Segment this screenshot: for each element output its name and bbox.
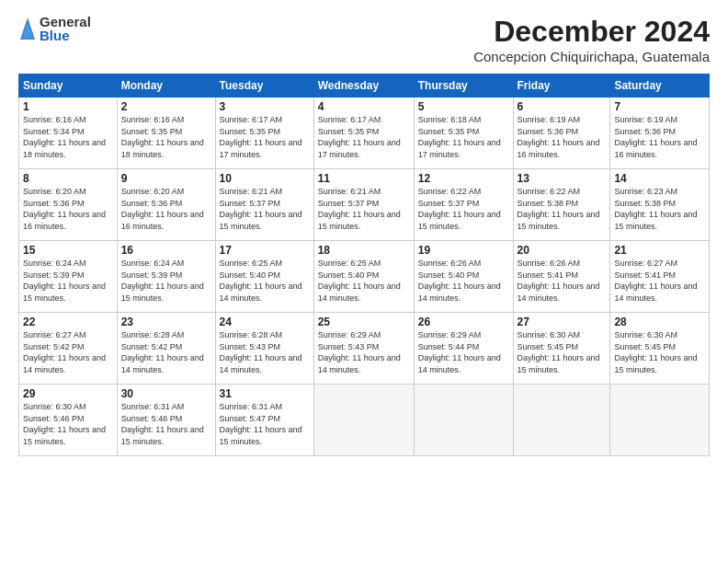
- day-info: Sunrise: 6:20 AMSunset: 5:36 PMDaylight:…: [121, 187, 204, 231]
- col-tuesday: Tuesday: [215, 75, 313, 98]
- day-info: Sunrise: 6:31 AMSunset: 5:46 PMDaylight:…: [121, 402, 204, 446]
- day-number: 4: [318, 100, 410, 113]
- day-number: 19: [418, 244, 509, 257]
- day-info: Sunrise: 6:25 AMSunset: 5:40 PMDaylight:…: [220, 259, 302, 303]
- calendar-cell: 28 Sunrise: 6:30 AMSunset: 5:45 PMDaylig…: [610, 313, 710, 385]
- day-info: Sunrise: 6:26 AMSunset: 5:40 PMDaylight:…: [418, 259, 501, 303]
- day-number: 6: [518, 100, 607, 113]
- week-row-2: 8 Sunrise: 6:20 AMSunset: 5:36 PMDayligh…: [19, 169, 710, 241]
- day-info: Sunrise: 6:27 AMSunset: 5:41 PMDaylight:…: [614, 259, 697, 303]
- day-number: 26: [418, 316, 509, 328]
- day-info: Sunrise: 6:21 AMSunset: 5:37 PMDaylight:…: [318, 187, 401, 231]
- calendar-cell: 25 Sunrise: 6:29 AMSunset: 5:43 PMDaylig…: [313, 313, 414, 385]
- week-row-5: 29 Sunrise: 6:30 AMSunset: 5:46 PMDaylig…: [19, 385, 710, 456]
- day-number: 13: [518, 172, 607, 185]
- header-row: Sunday Monday Tuesday Wednesday Thursday…: [19, 75, 710, 98]
- logo-general: General: [40, 15, 91, 29]
- title-block: December 2024 Concepcion Chiquirichapa, …: [473, 15, 710, 64]
- day-number: 14: [614, 172, 705, 185]
- page: General Blue December 2024 Concepcion Ch…: [0, 0, 728, 563]
- calendar-cell: 18 Sunrise: 6:25 AMSunset: 5:40 PMDaylig…: [313, 241, 414, 313]
- calendar-cell: 22 Sunrise: 6:27 AMSunset: 5:42 PMDaylig…: [19, 313, 118, 385]
- calendar-cell: 15 Sunrise: 6:24 AMSunset: 5:39 PMDaylig…: [19, 241, 118, 313]
- day-info: Sunrise: 6:17 AMSunset: 5:35 PMDaylight:…: [220, 115, 302, 159]
- logo: General Blue: [18, 15, 91, 42]
- calendar-cell: 13 Sunrise: 6:22 AMSunset: 5:38 PMDaylig…: [513, 169, 610, 241]
- day-info: Sunrise: 6:29 AMSunset: 5:44 PMDaylight:…: [418, 330, 501, 374]
- calendar-cell: 14 Sunrise: 6:23 AMSunset: 5:38 PMDaylig…: [610, 169, 710, 241]
- calendar-cell: 29 Sunrise: 6:30 AMSunset: 5:46 PMDaylig…: [19, 385, 118, 456]
- day-number: 30: [121, 387, 211, 400]
- day-number: 11: [318, 172, 410, 185]
- col-thursday: Thursday: [414, 75, 513, 98]
- calendar-cell: [414, 385, 513, 456]
- day-info: Sunrise: 6:24 AMSunset: 5:39 PMDaylight:…: [121, 259, 204, 303]
- col-sunday: Sunday: [19, 75, 118, 98]
- day-number: 20: [518, 244, 607, 257]
- day-number: 31: [220, 387, 310, 400]
- calendar-cell: 5 Sunrise: 6:18 AMSunset: 5:35 PMDayligh…: [414, 98, 513, 169]
- week-row-3: 15 Sunrise: 6:24 AMSunset: 5:39 PMDaylig…: [19, 241, 710, 313]
- day-info: Sunrise: 6:19 AMSunset: 5:36 PMDaylight:…: [614, 115, 697, 159]
- day-number: 3: [220, 100, 310, 113]
- day-number: 22: [23, 316, 113, 328]
- calendar-cell: 10 Sunrise: 6:21 AMSunset: 5:37 PMDaylig…: [215, 169, 313, 241]
- day-info: Sunrise: 6:30 AMSunset: 5:46 PMDaylight:…: [23, 402, 106, 446]
- calendar-cell: 11 Sunrise: 6:21 AMSunset: 5:37 PMDaylig…: [313, 169, 414, 241]
- day-info: Sunrise: 6:31 AMSunset: 5:47 PMDaylight:…: [220, 402, 302, 446]
- calendar-cell: [313, 385, 414, 456]
- day-info: Sunrise: 6:21 AMSunset: 5:37 PMDaylight:…: [220, 187, 302, 231]
- day-info: Sunrise: 6:16 AMSunset: 5:35 PMDaylight:…: [121, 115, 204, 159]
- day-info: Sunrise: 6:28 AMSunset: 5:43 PMDaylight:…: [220, 330, 302, 374]
- day-number: 23: [121, 316, 211, 328]
- day-info: Sunrise: 6:30 AMSunset: 5:45 PMDaylight:…: [518, 330, 600, 374]
- calendar-cell: 2 Sunrise: 6:16 AMSunset: 5:35 PMDayligh…: [117, 98, 215, 169]
- calendar-cell: 6 Sunrise: 6:19 AMSunset: 5:36 PMDayligh…: [513, 98, 610, 169]
- calendar-cell: 16 Sunrise: 6:24 AMSunset: 5:39 PMDaylig…: [117, 241, 215, 313]
- day-number: 10: [220, 172, 310, 185]
- day-number: 15: [23, 244, 113, 257]
- day-info: Sunrise: 6:25 AMSunset: 5:40 PMDaylight:…: [318, 259, 401, 303]
- day-number: 2: [121, 100, 211, 113]
- day-number: 7: [614, 100, 705, 113]
- day-info: Sunrise: 6:23 AMSunset: 5:38 PMDaylight:…: [614, 187, 697, 231]
- calendar-table: Sunday Monday Tuesday Wednesday Thursday…: [18, 74, 710, 456]
- day-number: 18: [318, 244, 410, 257]
- day-number: 5: [418, 100, 509, 113]
- day-number: 27: [518, 316, 607, 328]
- calendar-cell: 19 Sunrise: 6:26 AMSunset: 5:40 PMDaylig…: [414, 241, 513, 313]
- calendar-cell: 8 Sunrise: 6:20 AMSunset: 5:36 PMDayligh…: [19, 169, 118, 241]
- day-info: Sunrise: 6:17 AMSunset: 5:35 PMDaylight:…: [318, 115, 401, 159]
- day-number: 1: [23, 100, 113, 113]
- day-info: Sunrise: 6:16 AMSunset: 5:34 PMDaylight:…: [23, 115, 106, 159]
- calendar-cell: 30 Sunrise: 6:31 AMSunset: 5:46 PMDaylig…: [117, 385, 215, 456]
- col-friday: Friday: [513, 75, 610, 98]
- day-info: Sunrise: 6:20 AMSunset: 5:36 PMDaylight:…: [23, 187, 106, 231]
- calendar-cell: 4 Sunrise: 6:17 AMSunset: 5:35 PMDayligh…: [313, 98, 414, 169]
- day-info: Sunrise: 6:28 AMSunset: 5:42 PMDaylight:…: [121, 330, 204, 374]
- day-number: 21: [614, 244, 705, 257]
- day-number: 25: [318, 316, 410, 328]
- day-number: 28: [614, 316, 705, 328]
- calendar-cell: 17 Sunrise: 6:25 AMSunset: 5:40 PMDaylig…: [215, 241, 313, 313]
- day-info: Sunrise: 6:26 AMSunset: 5:41 PMDaylight:…: [518, 259, 600, 303]
- logo-blue: Blue: [40, 29, 91, 42]
- calendar-cell: 9 Sunrise: 6:20 AMSunset: 5:36 PMDayligh…: [117, 169, 215, 241]
- calendar-cell: 20 Sunrise: 6:26 AMSunset: 5:41 PMDaylig…: [513, 241, 610, 313]
- day-number: 9: [121, 172, 211, 185]
- calendar-cell: 12 Sunrise: 6:22 AMSunset: 5:37 PMDaylig…: [414, 169, 513, 241]
- week-row-4: 22 Sunrise: 6:27 AMSunset: 5:42 PMDaylig…: [19, 313, 710, 385]
- calendar-cell: 1 Sunrise: 6:16 AMSunset: 5:34 PMDayligh…: [19, 98, 118, 169]
- calendar-cell: 24 Sunrise: 6:28 AMSunset: 5:43 PMDaylig…: [215, 313, 313, 385]
- calendar-cell: 27 Sunrise: 6:30 AMSunset: 5:45 PMDaylig…: [513, 313, 610, 385]
- day-info: Sunrise: 6:27 AMSunset: 5:42 PMDaylight:…: [23, 330, 106, 374]
- logo-text: General Blue: [40, 15, 91, 42]
- calendar-cell: 26 Sunrise: 6:29 AMSunset: 5:44 PMDaylig…: [414, 313, 513, 385]
- day-info: Sunrise: 6:24 AMSunset: 5:39 PMDaylight:…: [23, 259, 106, 303]
- month-title: December 2024: [473, 15, 710, 49]
- week-row-1: 1 Sunrise: 6:16 AMSunset: 5:34 PMDayligh…: [19, 98, 710, 169]
- col-monday: Monday: [117, 75, 215, 98]
- col-saturday: Saturday: [610, 75, 710, 98]
- calendar-cell: 31 Sunrise: 6:31 AMSunset: 5:47 PMDaylig…: [215, 385, 313, 456]
- calendar-cell: 21 Sunrise: 6:27 AMSunset: 5:41 PMDaylig…: [610, 241, 710, 313]
